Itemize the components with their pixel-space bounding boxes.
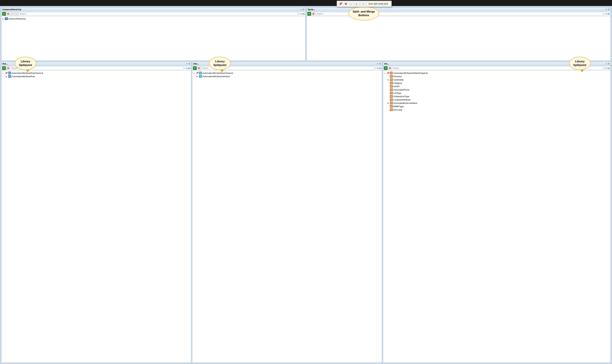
tree-label-listtype: ListType xyxy=(393,92,401,94)
instance-hierarchy-body: ▶ IH InstanceHierarchy xyxy=(1,16,305,61)
add-button[interactable]: + xyxy=(2,12,6,16)
panel-pin-ic[interactable]: ▼ xyxy=(377,63,378,65)
at-icon-assocfacet: AT xyxy=(390,88,393,91)
tree-label-assocextval: AssociatedExternalValue xyxy=(393,102,417,104)
tree-label-ic: AutomationMLBaseInterface xyxy=(203,75,230,78)
at-icon-doclang: AT xyxy=(390,108,393,111)
toolbar-popup: 📌 ✖ ⬦ ⬧ ⚌ Save split model parts. xyxy=(337,1,392,7)
remove-button-rc[interactable]: ✖ xyxy=(6,66,10,70)
panel-pin-at[interactable]: ▼ xyxy=(606,63,607,65)
instance-hierarchy-header: InstanceHierarchy ▼ ✕ xyxy=(1,8,305,12)
search-clear-at[interactable]: x xyxy=(603,67,605,69)
at-icon-mimetype: AT xyxy=(390,105,393,108)
tree-item-atl[interactable]: ◂ 📌 ATL AutomationMLBaseAttributeTypeLib xyxy=(383,71,610,75)
tree-item-ic[interactable]: ▶ IC AutomationMLBaseInterface xyxy=(196,75,381,78)
tree-label-atl: AutomationMLBaseAttributeTypeLib xyxy=(393,72,428,74)
tree-item-at-mimetype[interactable]: AT MIMEType xyxy=(387,105,610,108)
tree-item-at-refuri[interactable]: AT refURI xyxy=(387,85,610,88)
search-dropdown-2[interactable]: ▼ xyxy=(605,13,607,15)
tree-item-at-category[interactable]: AT Category xyxy=(387,81,610,85)
panel-close-2[interactable]: ✕ xyxy=(608,8,610,11)
role-class-panel: Rol... ▼ ✕ + ✖ x ▼ Aa ◂ 📌 RCL Autom xyxy=(1,62,191,363)
at-icon-direction: AT xyxy=(390,75,393,78)
panel-close[interactable]: ✕ xyxy=(303,8,304,11)
search-aa-rc[interactable]: Aa xyxy=(188,67,190,69)
tree-label: InstanceHierarchy xyxy=(8,17,26,20)
search-dropdown[interactable]: ▼ xyxy=(300,13,302,15)
ih-icon: IH xyxy=(5,17,8,20)
pin-icon-atl: 📌 xyxy=(387,72,389,74)
tree-item-at-listtype[interactable]: AT ListType xyxy=(387,91,610,95)
delete-button[interactable]: ✖ xyxy=(343,1,348,6)
remove-button-2[interactable]: ✖ xyxy=(312,12,315,16)
panel-controls: ▼ ✕ xyxy=(300,8,304,11)
atl-icon: ATL xyxy=(390,72,393,74)
panel-pin-2[interactable]: ▼ xyxy=(606,9,607,10)
tree-item-at-direction[interactable]: AT Direction xyxy=(387,75,610,78)
tree-item-at-localizedattr[interactable]: AT LocalizedAttribute xyxy=(387,98,610,101)
search-input-rc[interactable] xyxy=(11,66,183,70)
search-dropdown-at[interactable]: ▼ xyxy=(605,67,607,69)
search-input-2[interactable] xyxy=(316,12,603,15)
add-button-ic[interactable]: + xyxy=(193,66,197,70)
panel-close-ic[interactable]: ✕ xyxy=(379,63,381,65)
remove-button-at[interactable]: ✖ xyxy=(388,66,392,70)
remove-button-ic[interactable]: ✖ xyxy=(197,66,201,70)
tree-item-at-assocfacet[interactable]: AT AssociatedFacet xyxy=(387,88,610,91)
tree-label-rc: AutomationMLBaseRole xyxy=(12,75,35,78)
tree-label-rcl: AutomationMLBaseRoleClassLib xyxy=(12,72,43,74)
search-clear[interactable]: x xyxy=(298,13,300,15)
up-button[interactable]: ↑ xyxy=(11,12,14,16)
toolbar-extra[interactable]: ⚌ xyxy=(361,1,366,6)
pin-button[interactable]: 📌 xyxy=(338,1,343,6)
search-clear-2[interactable]: x xyxy=(603,13,605,15)
tree-item-at-orderedlist[interactable]: AT OrderedListType xyxy=(387,95,610,98)
search-aa-ic[interactable]: Aa xyxy=(379,67,381,69)
panel-pin-rc[interactable]: ▼ xyxy=(186,63,188,65)
search-aa-2[interactable]: Aa xyxy=(608,13,610,15)
interface-class-header: Inte... ▼ ✕ xyxy=(192,62,382,66)
search-clear-ic[interactable]: x xyxy=(375,67,376,69)
rc-icon: RC xyxy=(8,75,11,78)
tree-label-cardinality: Cardinality xyxy=(393,78,404,81)
panel-pin[interactable]: ▼ xyxy=(300,9,302,10)
search-aa[interactable]: Aa xyxy=(302,13,305,15)
search-input-ic[interactable] xyxy=(201,66,374,70)
remove-button[interactable]: ✖ xyxy=(6,12,10,16)
system-unit-panel: Syste... ▼ ✕ + ✖ x ▼ Aa xyxy=(307,7,611,61)
merge-button[interactable]: ⬧ xyxy=(354,1,359,6)
search-input[interactable] xyxy=(19,12,298,15)
at-icon-localizedattr: AT xyxy=(390,98,393,101)
add-button-at[interactable]: + xyxy=(384,66,388,70)
attribute-type-panel: Att... ▼ ✕ + ✖ x ▼ Aa ◂ 📌 ATL Autom xyxy=(383,62,611,363)
tree-item-instance-hierarchy[interactable]: ▶ IH InstanceHierarchy xyxy=(2,17,305,20)
search-clear-rc[interactable]: x xyxy=(184,67,185,69)
instance-hierarchy-title: InstanceHierarchy xyxy=(2,8,21,11)
tree-item-at-doclang[interactable]: AT DocLang xyxy=(387,108,610,111)
add-button-2[interactable]: + xyxy=(307,12,311,16)
panel-controls-2: ▼ ✕ xyxy=(606,8,610,11)
split-button[interactable]: ⬦ xyxy=(349,1,353,6)
tree-label-icl: AutomationMLInterfaceClassLib xyxy=(202,72,233,74)
panel-close-at[interactable]: ✕ xyxy=(608,63,610,65)
tree-item-at-cardinality[interactable]: ▶ AT Cardinality xyxy=(387,78,610,81)
add-button-rc[interactable]: + xyxy=(2,66,6,70)
at-icon-assocextval: AT xyxy=(390,102,393,104)
system-unit-body xyxy=(307,16,611,61)
down-button[interactable]: ↓ xyxy=(15,12,18,16)
search-dropdown-rc[interactable]: ▼ xyxy=(186,67,187,69)
attribute-type-body: ◂ 📌 ATL AutomationMLBaseAttributeTypeLib… xyxy=(383,71,611,363)
search-dropdown-ic[interactable]: ▼ xyxy=(377,67,378,69)
tree-label-category: Category xyxy=(393,82,402,84)
tree-item-icl[interactable]: ◂ 📌 ICL AutomationMLInterfaceClassLib xyxy=(193,71,381,75)
tree-item-at-assocextval[interactable]: ▶ AT AssociatedExternalValue xyxy=(387,101,610,105)
tree-label-refuri: refURI xyxy=(393,85,400,88)
search-aa-at[interactable]: Aa xyxy=(608,67,610,69)
tree-item-rcl[interactable]: ◂ 📌 RCL AutomationMLBaseRoleClassLib xyxy=(2,71,191,75)
role-class-header: Rol... ▼ ✕ xyxy=(1,62,191,66)
tree-arrow-rc: ▶ xyxy=(6,76,8,77)
panel-close-rc[interactable]: ✕ xyxy=(188,63,190,65)
search-bar-ic: + ✖ x ▼ Aa xyxy=(192,66,382,71)
tree-item-rc[interactable]: ▶ RC AutomationMLBaseRole xyxy=(5,75,191,78)
search-input-at[interactable] xyxy=(392,66,603,70)
